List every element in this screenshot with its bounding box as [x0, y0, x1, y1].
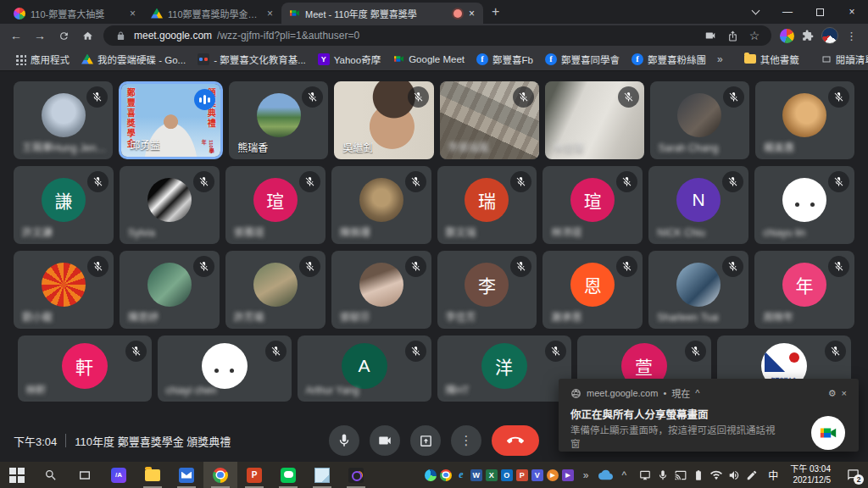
- participant-tile[interactable]: chiayu lin: [754, 166, 854, 244]
- tab-close-icon[interactable]: ×: [265, 8, 275, 19]
- taskbar-app-explorer[interactable]: [136, 462, 170, 488]
- taskbar-app-line[interactable]: [271, 462, 305, 488]
- ie-mini-icon[interactable]: e: [455, 469, 467, 481]
- collapse-chevron-icon[interactable]: ^: [695, 388, 699, 398]
- address-bar[interactable]: meet.google.com/wzz-gjfm-ifd?pli=1&authu…: [103, 25, 771, 46]
- camera-button[interactable]: [370, 425, 400, 456]
- participant-tile[interactable]: 年周映年: [754, 251, 854, 329]
- participant-tile[interactable]: Sharleen Tsai: [648, 251, 748, 329]
- participant-tile[interactable]: 陳思妤: [120, 251, 220, 329]
- onedrive-icon[interactable]: [598, 468, 613, 482]
- participant-tile[interactable]: 李李佳芳: [437, 251, 537, 329]
- taskbar-app-taskview[interactable]: [68, 462, 102, 488]
- window-chevron-icon[interactable]: [739, 0, 771, 24]
- display-tray-icon[interactable]: [639, 469, 651, 481]
- tab-camera-icon[interactable]: [702, 27, 719, 44]
- mic-tray-icon[interactable]: [657, 469, 669, 481]
- bookmark-star-icon[interactable]: ☆: [746, 27, 763, 44]
- bookmark-item[interactable]: YYahoo奇摩: [312, 50, 387, 69]
- bookmark-item[interactable]: 應用程式: [8, 50, 75, 69]
- participant-tile[interactable]: AArthur Yang: [298, 336, 431, 402]
- participant-tile[interactable]: 王珮華Hung Jen…: [14, 81, 113, 159]
- close-button[interactable]: ×: [836, 0, 868, 24]
- visio-mini-icon[interactable]: V: [531, 469, 543, 481]
- show-hidden-icons[interactable]: ^: [617, 469, 632, 481]
- share-icon[interactable]: [724, 27, 741, 44]
- wifi-tray-icon[interactable]: [710, 469, 722, 481]
- puzzle-extensions-icon[interactable]: [799, 27, 816, 44]
- taskbar-app-recorder[interactable]: [339, 462, 373, 488]
- participant-tile[interactable]: 劉小龍: [14, 251, 114, 329]
- taskbar-app-slasha[interactable]: /A: [102, 462, 136, 488]
- participant-tile[interactable]: 林金蓮: [545, 81, 644, 159]
- bookmark-item[interactable]: f鄭豐喜Fb: [470, 50, 539, 69]
- participant-tile[interactable]: 李張瑞鳳: [440, 81, 539, 159]
- action-center-button[interactable]: 2: [840, 462, 865, 488]
- tab-close-icon[interactable]: ×: [128, 8, 137, 19]
- more-options-button[interactable]: ⋮: [451, 425, 481, 456]
- mic-button[interactable]: [329, 425, 359, 456]
- browser-tab[interactable]: 110鄭豐喜獎助學金頒獎典禮 - G×: [144, 3, 281, 24]
- end-call-button[interactable]: [492, 425, 539, 456]
- word-mini-icon[interactable]: W: [470, 469, 482, 481]
- extension-icon[interactable]: [780, 29, 794, 43]
- participant-tile[interactable]: 瑄林沛瑄: [542, 166, 643, 244]
- participant-tile[interactable]: 恩謝承恩: [542, 251, 643, 329]
- participant-tile[interactable]: 許芳瑜: [225, 251, 326, 329]
- taskbar-app-notes[interactable]: [305, 462, 339, 488]
- bookmark-item[interactable]: Google Meet: [387, 51, 470, 68]
- reading-list-button[interactable]: 閱讀清單: [815, 50, 868, 69]
- browser-tab[interactable]: 110-鄭豐喜大抽獎×: [7, 3, 144, 24]
- taskbar-app-chrome[interactable]: [203, 462, 237, 488]
- taskbar-app-mail[interactable]: [170, 462, 203, 488]
- taskbar-app-start[interactable]: [0, 462, 34, 488]
- participant-tile[interactable]: NNICK Chiu: [648, 166, 748, 244]
- bookmark-item[interactable]: 我的雲端硬碟 - Go...: [75, 50, 192, 69]
- taskbar-overflow-icon[interactable]: »: [578, 469, 594, 481]
- bookmark-item[interactable]: f鄭豐喜粉絲團: [626, 50, 712, 69]
- back-button[interactable]: ←: [5, 25, 27, 46]
- stream-mini-icon[interactable]: ▶: [562, 469, 574, 481]
- volume-tray-icon[interactable]: [728, 469, 740, 481]
- taskbar-clock[interactable]: 下午 03:04 2021/12/5: [785, 464, 836, 485]
- browser-tab[interactable]: Meet - 110年度 鄭豐喜獎學×: [281, 3, 483, 24]
- participant-tile[interactable]: 軒林軒: [18, 336, 152, 402]
- participant-tile[interactable]: 熊瑞香: [229, 81, 328, 159]
- profile-avatar[interactable]: [821, 27, 838, 44]
- other-bookmarks-button[interactable]: 其他書籤: [738, 50, 805, 69]
- bookmark-item[interactable]: f鄭豐喜同學會: [539, 50, 626, 69]
- new-tab-button[interactable]: +: [483, 4, 508, 19]
- cast-tray-icon[interactable]: [675, 469, 687, 481]
- taskbar-app-search[interactable]: [34, 462, 68, 488]
- participant-tile[interactable]: 楊美惠: [755, 81, 854, 159]
- ppt-mini-icon[interactable]: P: [516, 469, 528, 481]
- ime-indicator[interactable]: 中: [765, 468, 781, 482]
- forward-button[interactable]: →: [29, 25, 51, 46]
- participant-tile[interactable]: 張郁芬: [331, 251, 431, 329]
- participant-tile[interactable]: 瑄張雅瑄: [225, 166, 326, 244]
- notification-close-icon[interactable]: ×: [842, 388, 847, 398]
- present-button[interactable]: [410, 425, 441, 456]
- screen-share-notification[interactable]: meet.google.com • 現在 ^ ⚙ × 你正在與所有人分享螢幕畫面…: [559, 379, 859, 452]
- participant-tile[interactable]: Sarah Chang: [650, 81, 749, 159]
- browser-menu-icon[interactable]: ⋮: [843, 30, 860, 42]
- participant-tile[interactable]: chiayi chen: [158, 336, 292, 402]
- bookmark-item[interactable]: - 鄭豐喜文化教育基...: [192, 50, 312, 69]
- home-button[interactable]: [76, 25, 98, 46]
- outlook-mini-icon[interactable]: O: [501, 469, 513, 481]
- participant-tile[interactable]: Sylvia: [120, 166, 220, 244]
- chrome-mini-icon[interactable]: [440, 469, 452, 481]
- participant-tile[interactable]: 吳繼釗: [334, 81, 433, 159]
- restore-button[interactable]: [804, 0, 836, 24]
- participant-tile[interactable]: 謙許文謙: [14, 166, 114, 244]
- excel-mini-icon[interactable]: X: [486, 469, 498, 481]
- participant-tile[interactable]: 鄭豐喜獎學金頒獎典禮110學年邱勇益: [119, 81, 223, 159]
- pen-tray-icon[interactable]: [746, 469, 758, 481]
- notification-settings-icon[interactable]: ⚙: [828, 388, 837, 399]
- minimize-button[interactable]: —: [771, 0, 804, 24]
- edge-mini-icon[interactable]: [425, 469, 437, 481]
- taskbar-app-ppt[interactable]: P: [237, 462, 271, 488]
- participant-tile[interactable]: 陳佩珊: [331, 166, 431, 244]
- battery-tray-icon[interactable]: [693, 469, 704, 481]
- tab-close-icon[interactable]: ×: [467, 8, 476, 19]
